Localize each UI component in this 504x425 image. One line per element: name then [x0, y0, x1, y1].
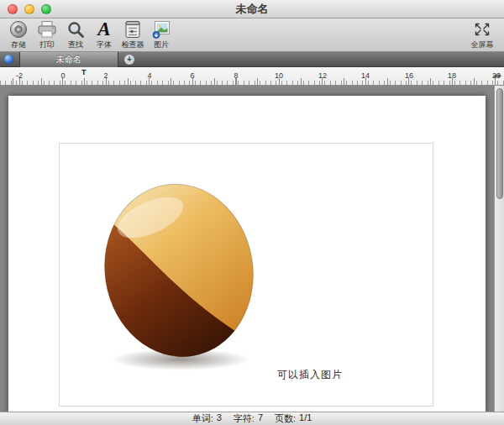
ruler-number: -2 — [16, 71, 23, 80]
inspector-label: 检查器 — [122, 39, 144, 50]
inspector-panel-icon — [123, 19, 142, 39]
printer-icon — [37, 19, 57, 39]
document-page[interactable]: 可以插入图片 — [8, 96, 486, 413]
ruler-number: 2 — [103, 71, 108, 80]
ruler-number: 14 — [361, 71, 370, 80]
find-button[interactable]: 查找 — [62, 19, 89, 50]
font-letter-icon: A — [97, 19, 110, 39]
document-area: 可以插入图片 — [0, 86, 504, 412]
ruler-number: 8 — [234, 71, 238, 80]
print-button[interactable]: 打印 — [34, 19, 60, 50]
fullscreen-label: 全屏幕 — [471, 39, 494, 50]
ruler-number: 10 — [275, 71, 283, 80]
scrollbar-thumb[interactable] — [496, 88, 503, 199]
save-button[interactable]: 存储 — [5, 19, 32, 50]
inspector-button[interactable]: 检查器 — [119, 19, 146, 50]
inserted-coffee-bean-image[interactable] — [97, 180, 265, 373]
ruler-scroll-arrows-icon[interactable]: ◀▶ — [493, 72, 502, 78]
picture-button[interactable]: 图片 — [148, 19, 175, 50]
document-text[interactable]: 可以插入图片 — [277, 368, 343, 382]
toolbar: 存储 打印 查找 A — [0, 18, 504, 52]
ruler-number: 18 — [448, 71, 456, 80]
zoom-button[interactable] — [41, 4, 51, 14]
magnifier-icon — [66, 19, 85, 39]
save-disc-icon — [9, 19, 28, 39]
ruler[interactable]: -2 0 2 4 6 8 10 12 14 16 18 20 T ◀▶ — [0, 67, 504, 86]
word-count: 单词:3 — [192, 412, 222, 425]
char-count: 字符:7 — [234, 412, 263, 425]
tab-untitled[interactable]: 未命名 — [19, 52, 118, 67]
app-window: 未命名 存储 — [0, 0, 504, 425]
title-bar: 未命名 — [0, 0, 504, 18]
minimize-button[interactable] — [24, 4, 34, 14]
tab-label: 未命名 — [56, 54, 81, 66]
add-tab-button[interactable]: + — [124, 55, 134, 65]
print-label: 打印 — [39, 39, 55, 50]
ruler-number: 0 — [60, 71, 65, 80]
insert-picture-icon — [151, 19, 171, 39]
window-title: 未命名 — [236, 2, 269, 17]
ruler-medium-ticks — [0, 78, 504, 85]
traffic-lights — [8, 4, 51, 14]
vertical-scrollbar[interactable] — [494, 86, 504, 412]
save-label: 存储 — [11, 39, 26, 50]
ruler-number: 4 — [147, 71, 151, 80]
ruler-number: 16 — [405, 71, 413, 80]
font-button[interactable]: A 字体 — [91, 19, 118, 50]
page-count: 页数:1/1 — [275, 412, 312, 425]
fullscreen-button[interactable]: 全屏幕 — [465, 19, 499, 50]
fullscreen-arrows-icon — [473, 19, 491, 39]
tab-bar: 未命名 + — [0, 52, 504, 67]
picture-label: 图片 — [154, 39, 169, 50]
document-orb-icon — [4, 55, 13, 64]
ruler-number: 12 — [318, 71, 327, 80]
ruler-number: 6 — [190, 71, 194, 80]
close-button[interactable] — [8, 4, 18, 14]
font-label: 字体 — [97, 39, 112, 50]
status-bar: 单词:3 字符:7 页数:1/1 — [0, 412, 504, 425]
find-label: 查找 — [68, 39, 83, 50]
tab-stop-marker[interactable]: T — [81, 68, 87, 76]
